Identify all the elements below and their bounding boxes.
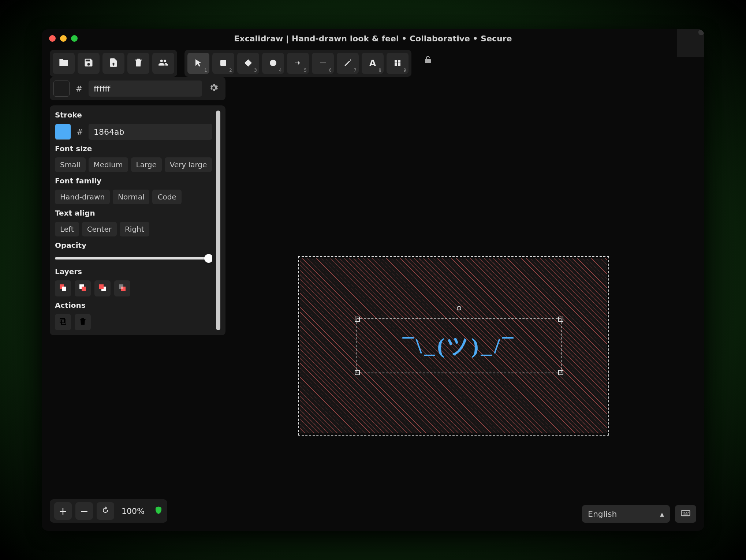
- fontfamily-label: Font family: [55, 176, 212, 185]
- maximize-window-button[interactable]: [71, 35, 78, 42]
- lock-button[interactable]: [419, 50, 437, 71]
- fontfamily-options: Hand-drawn Normal Code: [55, 190, 212, 204]
- fontsize-medium[interactable]: Medium: [89, 157, 128, 172]
- layer-buttons: [55, 280, 212, 296]
- trash-icon: [133, 57, 143, 70]
- bring-forward-button[interactable]: [94, 280, 111, 296]
- tool-text[interactable]: A8: [362, 53, 384, 74]
- bg-hex-input[interactable]: [89, 81, 202, 97]
- resize-handle-tl[interactable]: [355, 317, 360, 322]
- textalign-options: Left Center Right: [55, 222, 212, 236]
- stroke-label: Stroke: [55, 111, 212, 119]
- fontsize-options: Small Medium Large Very large: [55, 157, 212, 172]
- collaborate-button[interactable]: [152, 53, 174, 74]
- layers-front-icon: [118, 283, 127, 294]
- panel-scrollbar[interactable]: [216, 111, 220, 330]
- svg-rect-11: [82, 287, 86, 291]
- svg-point-1: [698, 30, 704, 36]
- close-window-button[interactable]: [49, 35, 56, 42]
- tool-draw[interactable]: 7: [337, 53, 359, 74]
- delete-button[interactable]: [75, 314, 91, 330]
- zoom-out-button[interactable]: −: [75, 502, 93, 520]
- send-to-back-button[interactable]: [55, 280, 71, 296]
- opacity-slider[interactable]: [55, 254, 212, 263]
- stroke-hex-input[interactable]: [89, 124, 212, 140]
- language-select[interactable]: English ▴: [582, 505, 670, 523]
- text-icon: A: [369, 58, 376, 68]
- app-window: Excalidraw | Hand-drawn look & feel • Co…: [42, 29, 704, 531]
- language-selected: English: [588, 509, 617, 519]
- fontsize-large[interactable]: Large: [131, 157, 162, 172]
- stroke-color-swatch[interactable]: [55, 124, 71, 140]
- left-panel: # Stroke # Font size Small Medium Large …: [50, 77, 225, 335]
- top-bar: 1 2 3 4 5 6 7 A8 9: [50, 50, 696, 77]
- fontfamily-normal[interactable]: Normal: [113, 190, 149, 204]
- tool-ellipse[interactable]: 4: [262, 53, 284, 74]
- open-button[interactable]: [53, 53, 75, 74]
- lock-open-icon: [424, 55, 432, 66]
- canvas[interactable]: ¯\_(ツ)_/¯: [247, 77, 696, 498]
- circle-icon: [269, 59, 277, 68]
- encryption-badge[interactable]: [154, 506, 163, 516]
- export-button[interactable]: [102, 53, 124, 74]
- tool-rectangle[interactable]: 2: [212, 53, 234, 74]
- shield-icon: [154, 507, 163, 516]
- tool-selection[interactable]: 1: [187, 53, 209, 74]
- fontsize-label: Font size: [55, 144, 212, 153]
- svg-rect-7: [398, 63, 400, 66]
- clear-button[interactable]: [127, 53, 149, 74]
- fontfamily-code[interactable]: Code: [152, 190, 181, 204]
- scrollbar-thumb[interactable]: [216, 111, 220, 330]
- window-title: Excalidraw | Hand-drawn look & feel • Co…: [234, 34, 512, 43]
- fontsize-verylarge[interactable]: Very large: [165, 157, 212, 172]
- layers-back-icon: [59, 283, 67, 294]
- zoom-in-button[interactable]: +: [54, 502, 72, 520]
- layers-forward-icon: [98, 283, 107, 294]
- duplicate-button[interactable]: [55, 314, 71, 330]
- fontsize-small[interactable]: Small: [55, 157, 86, 172]
- textalign-right[interactable]: Right: [120, 222, 149, 236]
- textalign-left[interactable]: Left: [55, 222, 79, 236]
- keyboard-icon: [680, 508, 691, 520]
- tool-line[interactable]: 6: [312, 53, 334, 74]
- window-controls: [49, 35, 78, 42]
- bottom-right-controls: English ▴: [582, 505, 696, 523]
- text-content: ¯\_(ツ)_/¯: [403, 331, 515, 361]
- tool-library[interactable]: 9: [387, 53, 409, 74]
- textalign-label: Text align: [55, 209, 212, 217]
- users-icon: [158, 57, 168, 70]
- resize-handle-tr[interactable]: [558, 317, 563, 322]
- svg-rect-2: [220, 60, 226, 66]
- action-buttons: [55, 314, 212, 330]
- selected-text[interactable]: ¯\_(ツ)_/¯: [357, 318, 562, 373]
- svg-rect-4: [395, 60, 397, 63]
- send-backward-button[interactable]: [75, 280, 91, 296]
- slider-thumb[interactable]: [204, 254, 212, 263]
- svg-rect-9: [62, 287, 66, 291]
- reset-icon: [101, 506, 110, 516]
- properties-panel: Stroke # Font size Small Medium Large Ve…: [50, 105, 225, 335]
- resize-handle-br[interactable]: [558, 370, 563, 375]
- svg-rect-17: [61, 320, 66, 324]
- fontfamily-handdrawn[interactable]: Hand-drawn: [55, 190, 110, 204]
- resize-handle-bl[interactable]: [355, 370, 360, 375]
- tool-diamond[interactable]: 3: [237, 53, 259, 74]
- chevron-up-icon: ▴: [660, 509, 664, 519]
- minimize-window-button[interactable]: [60, 35, 67, 42]
- bring-to-front-button[interactable]: [114, 280, 130, 296]
- settings-button[interactable]: [206, 81, 222, 97]
- zoom-reset-button[interactable]: [97, 502, 114, 520]
- shortcuts-button[interactable]: [675, 505, 696, 523]
- svg-rect-6: [395, 63, 397, 66]
- tool-arrow[interactable]: 5: [287, 53, 309, 74]
- textalign-center[interactable]: Center: [82, 222, 117, 236]
- layers-label: Layers: [55, 267, 212, 276]
- folder-icon: [59, 57, 69, 70]
- minus-icon: −: [80, 505, 88, 517]
- gear-icon: [209, 83, 218, 94]
- trash-icon: [78, 317, 87, 328]
- hash-label: #: [74, 124, 86, 140]
- save-button[interactable]: [78, 53, 100, 74]
- bg-color-swatch[interactable]: [53, 81, 70, 97]
- rotation-handle[interactable]: [457, 306, 461, 310]
